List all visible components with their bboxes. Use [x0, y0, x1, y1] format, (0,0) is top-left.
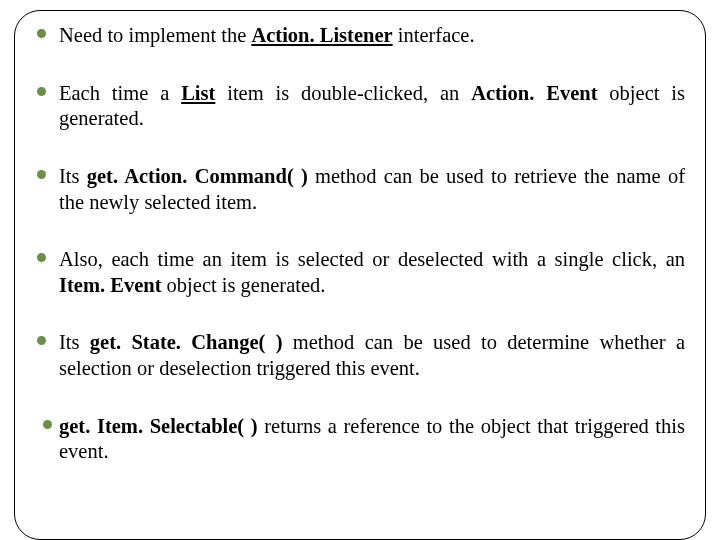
text-run: Its [59, 165, 87, 187]
bullet-item: get. Item. Selectable( ) returns a refer… [35, 414, 685, 465]
text-run-bold-underline: Action. Listener [251, 24, 392, 46]
text-run: Each time a [59, 82, 181, 104]
text-run-bold: Item. Event [59, 274, 161, 296]
text-run-bold-underline: List [181, 82, 215, 104]
bullet-item: Each time a List item is double-clicked,… [35, 81, 685, 132]
text-run-bold: get. Item. Selectable( ) [59, 415, 258, 437]
bullet-text: Its get. State. Change( ) method can be … [59, 331, 685, 379]
text-run-bold: get. Action. Command( ) [87, 165, 308, 187]
bullet-icon [37, 336, 46, 345]
bullet-item: Its get. State. Change( ) method can be … [35, 330, 685, 381]
bullet-item: Its get. Action. Command( ) method can b… [35, 164, 685, 215]
bullet-text: Also, each time an item is selected or d… [59, 248, 685, 296]
text-run: object is generated. [161, 274, 325, 296]
slide: Need to implement the Action. Listener i… [0, 0, 720, 540]
bullet-item: Need to implement the Action. Listener i… [35, 23, 685, 49]
text-run: Its [59, 331, 90, 353]
bullet-icon [37, 29, 46, 38]
bullet-text: Its get. Action. Command( ) method can b… [59, 165, 685, 213]
bullet-list: Need to implement the Action. Listener i… [35, 23, 685, 465]
text-run: Also, each time an item is selected or d… [59, 248, 685, 270]
bullet-item: Also, each time an item is selected or d… [35, 247, 685, 298]
bullet-icon [37, 87, 46, 96]
bullet-text: Each time a List item is double-clicked,… [59, 82, 685, 130]
bullet-icon [37, 253, 46, 262]
bullet-icon [37, 170, 46, 179]
bullet-text: get. Item. Selectable( ) returns a refer… [59, 415, 685, 463]
bullet-text: Need to implement the Action. Listener i… [59, 24, 475, 46]
text-run-bold: get. State. Change( ) [90, 331, 283, 353]
slide-frame: Need to implement the Action. Listener i… [14, 10, 706, 540]
text-run: Need to implement the [59, 24, 251, 46]
text-run: item is double-clicked, an [215, 82, 471, 104]
bullet-icon [43, 420, 52, 429]
text-run-bold: Action. Event [471, 82, 597, 104]
text-run: interface. [393, 24, 475, 46]
